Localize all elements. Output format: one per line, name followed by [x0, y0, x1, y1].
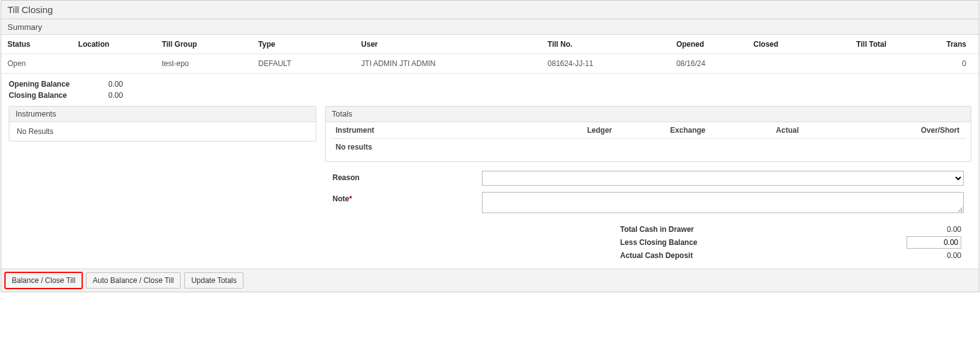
- actual-cash-deposit-value: 0.00: [907, 251, 963, 260]
- summary-table: Status Location Till Group Type User Til…: [1, 35, 979, 74]
- instruments-panel: Instruments No Results: [9, 106, 316, 141]
- total-cash-drawer-value: 0.00: [907, 225, 963, 234]
- balances-section: Opening Balance 0.00 Closing Balance 0.0…: [1, 74, 979, 106]
- cash-section: Total Cash in Drawer 0.00 Less Closing B…: [325, 219, 971, 269]
- col-type: Type: [252, 35, 355, 54]
- reason-select[interactable]: [482, 171, 964, 186]
- tot-col-actual: Actual: [710, 122, 804, 139]
- summary-heading: Summary: [1, 19, 979, 35]
- form-area: Reason Note*: [325, 162, 971, 219]
- col-till-group: Till Group: [156, 35, 252, 54]
- page-title: Till Closing: [1, 1, 979, 19]
- col-till-total: Till Total: [850, 35, 927, 54]
- col-trans: Trans: [927, 35, 979, 54]
- tot-col-ledger: Ledger: [524, 122, 617, 139]
- summary-data-row: Open test-epo DEFAULT JTI ADMIN JTI ADMI…: [1, 54, 979, 74]
- note-textarea[interactable]: [482, 192, 964, 213]
- col-opened: Opened: [670, 35, 747, 54]
- col-user: User: [355, 35, 542, 54]
- note-label-text: Note: [332, 194, 349, 203]
- tot-col-instrument: Instrument: [331, 122, 524, 139]
- closing-balance-value: 0.00: [108, 91, 146, 100]
- val-till-group: test-epo: [156, 54, 252, 74]
- till-closing-window: Till Closing Summary Status Location Til…: [1, 0, 979, 292]
- opening-balance-label: Opening Balance: [9, 80, 108, 88]
- less-closing-balance-input[interactable]: [907, 236, 961, 249]
- val-type: DEFAULT: [252, 54, 355, 74]
- col-location: Location: [72, 35, 156, 54]
- totals-panel: Totals Instrument Ledger Exchange Actual…: [325, 106, 971, 162]
- val-opened: 08/16/24: [670, 54, 747, 74]
- footer-toolbar: Balance / Close Till Auto Balance / Clos…: [1, 269, 979, 292]
- val-trans: 0: [927, 54, 979, 74]
- val-closed: [747, 54, 850, 74]
- closing-balance-label: Closing Balance: [9, 91, 108, 100]
- balance-close-till-button[interactable]: Balance / Close Till: [5, 272, 82, 289]
- val-till-total: [850, 54, 927, 74]
- totals-no-results: No results: [331, 139, 966, 156]
- auto-balance-close-till-button[interactable]: Auto Balance / Close Till: [86, 272, 181, 289]
- actual-cash-deposit-label: Actual Cash Deposit: [620, 251, 907, 260]
- col-closed: Closed: [747, 35, 850, 54]
- total-cash-drawer-label: Total Cash in Drawer: [620, 225, 907, 234]
- summary-header-row: Status Location Till Group Type User Til…: [1, 35, 979, 54]
- col-till-no: Till No.: [542, 35, 671, 54]
- instruments-no-results: No Results: [9, 122, 316, 141]
- instruments-heading: Instruments: [9, 107, 316, 122]
- opening-balance-value: 0.00: [108, 80, 146, 88]
- totals-table: Instrument Ledger Exchange Actual Over/S…: [331, 122, 966, 155]
- tot-col-exchange: Exchange: [617, 122, 710, 139]
- less-closing-balance-label: Less Closing Balance: [620, 238, 907, 247]
- val-user: JTI ADMIN JTI ADMIN: [355, 54, 542, 74]
- note-label: Note*: [332, 192, 482, 203]
- totals-heading: Totals: [326, 107, 971, 122]
- reason-label: Reason: [332, 171, 482, 182]
- col-status: Status: [1, 35, 72, 54]
- val-till-no: 081624-JJ-11: [542, 54, 671, 74]
- val-status: Open: [1, 54, 72, 74]
- val-location: [72, 54, 156, 74]
- note-required-mark: *: [349, 194, 352, 203]
- tot-col-over-short: Over/Short: [804, 122, 966, 139]
- update-totals-button[interactable]: Update Totals: [184, 272, 243, 289]
